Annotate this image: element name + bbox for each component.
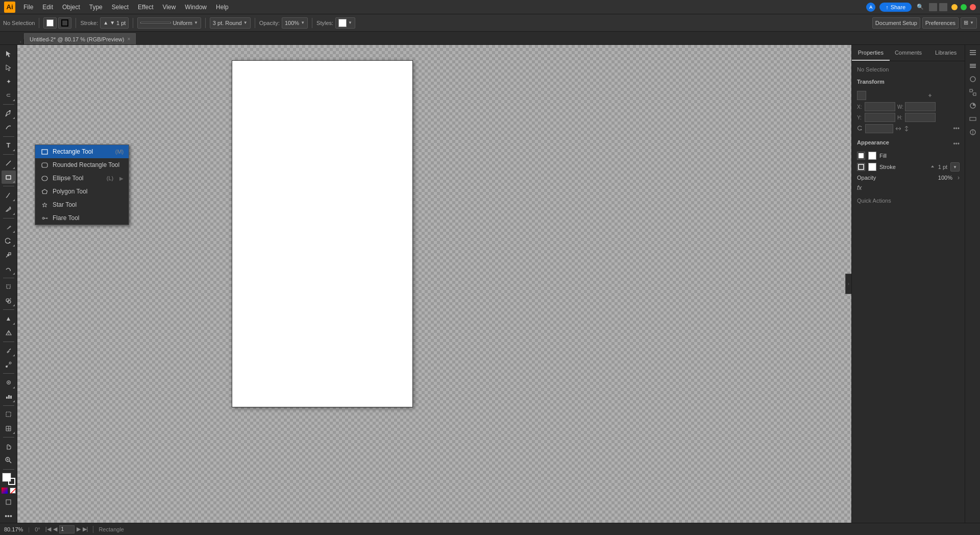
panel-collapse-handle[interactable]: ‹ <box>18 39 24 44</box>
flare-tool-flyout-item[interactable]: Flare Tool <box>35 211 129 225</box>
document-setup-button[interactable]: Document Setup <box>872 17 920 29</box>
share-button[interactable]: ↑ Share <box>879 3 912 12</box>
stroke-style-dropdown[interactable]: 3 pt. Round ▼ <box>210 17 251 29</box>
styles-label: Styles: <box>316 20 333 26</box>
color-mode-button[interactable] <box>2 488 8 494</box>
stroke-weight-field[interactable]: ▲ ▼ 1 pt <box>100 17 129 29</box>
magic-wand-tool-button[interactable]: ✦ <box>2 75 16 88</box>
properties-tab[interactable]: Properties <box>852 45 890 61</box>
nav-prev-button[interactable]: ◀ <box>53 526 57 532</box>
y-input[interactable] <box>865 113 895 122</box>
color-fill-stroke-indicator[interactable] <box>2 473 15 485</box>
preferences-button[interactable]: Preferences <box>922 17 959 29</box>
appearance-more-button[interactable]: ••• <box>953 140 960 148</box>
rotation-input[interactable] <box>865 124 893 133</box>
menu-effect[interactable]: Effect <box>134 2 157 12</box>
opacity-field[interactable]: 100% ▼ <box>282 17 308 29</box>
libraries-tab[interactable]: Libraries <box>927 45 965 61</box>
menu-object[interactable]: Object <box>58 2 84 12</box>
fx-button[interactable]: fx <box>857 184 862 191</box>
line-segment-tool-button[interactable] <box>2 157 16 170</box>
eyedropper-tool-button[interactable] <box>2 344 16 357</box>
canvas-area[interactable]: Rectangle Tool (M) Rounded Rectangle Too… <box>17 45 851 523</box>
pencil-tool-button[interactable] <box>2 203 16 216</box>
shape-builder-tool-button[interactable]: + <box>2 294 16 307</box>
view-panel-button[interactable] <box>939 3 947 11</box>
ellipse-tool-flyout-item[interactable]: Ellipse Tool (L) ▶ <box>35 172 129 185</box>
lasso-tool-button[interactable]: ⊂ <box>2 89 16 102</box>
color-panel-icon[interactable] <box>967 100 978 111</box>
slice-tool-button[interactable] <box>2 422 16 435</box>
nav-first-button[interactable]: |◀ <box>45 526 51 532</box>
menu-window[interactable]: Window <box>181 2 211 12</box>
w-input[interactable] <box>905 102 936 111</box>
artboard-tool-button[interactable] <box>2 408 16 421</box>
close-button[interactable] <box>970 4 976 10</box>
layers-panel-icon[interactable] <box>967 60 978 71</box>
selection-tool-button[interactable] <box>2 47 16 60</box>
opacity-expand-button[interactable]: › <box>958 174 960 181</box>
menu-type[interactable]: Type <box>85 2 107 12</box>
transform-more-button[interactable]: ••• <box>953 125 960 132</box>
nav-next-button[interactable]: ▶ <box>77 526 81 532</box>
type-tool-button[interactable]: T <box>2 139 16 152</box>
free-transform-tool-button[interactable] <box>2 280 16 294</box>
styles-dropdown[interactable]: ▼ <box>335 17 355 29</box>
scale-tool-button[interactable] <box>2 248 16 261</box>
menu-view[interactable]: View <box>159 2 180 12</box>
direct-selection-tool-button[interactable] <box>2 61 16 74</box>
workspace-button[interactable]: ⊞ ▼ <box>961 17 977 29</box>
more-tools-button[interactable]: ••• <box>2 509 16 523</box>
fill-type-icon[interactable] <box>857 152 865 160</box>
menu-select[interactable]: Select <box>108 2 133 12</box>
search-button[interactable]: 🔍 <box>916 3 925 12</box>
draw-mode-button[interactable] <box>2 495 16 508</box>
rectangle-tool-flyout-item[interactable]: Rectangle Tool (M) <box>35 145 129 158</box>
document-tab[interactable]: Untitled-2* @ 80.17 % (RGB/Preview) × <box>24 33 136 44</box>
warp-tool-button[interactable] <box>2 262 16 276</box>
stroke-dropdown-panel[interactable]: ▼ <box>950 162 960 172</box>
fill-color-button[interactable] <box>43 17 57 29</box>
menu-help[interactable]: Help <box>212 2 233 12</box>
pen-tool-button[interactable] <box>2 107 16 120</box>
blend-tool-button[interactable] <box>2 358 16 371</box>
symbol-sprayer-tool-button[interactable]: ⊛ <box>2 376 16 389</box>
curvature-tool-button[interactable] <box>2 120 16 134</box>
stroke-color-indicator[interactable] <box>868 163 876 171</box>
bar-graph-tool-button[interactable] <box>2 390 16 403</box>
zoom-tool-button[interactable] <box>2 454 16 467</box>
assets-panel-icon[interactable] <box>967 74 978 85</box>
rounded-rectangle-tool-flyout-item[interactable]: Rounded Rectangle Tool <box>35 158 129 172</box>
appearance-panel-icon[interactable] <box>967 113 978 125</box>
stroke-button[interactable] <box>58 17 71 29</box>
rotate-tool-button[interactable] <box>2 234 16 248</box>
stroke-type-icon[interactable] <box>857 163 865 171</box>
maximize-button[interactable] <box>961 4 967 10</box>
perspective-grid-tool-button[interactable] <box>2 326 16 339</box>
none-mode-button[interactable] <box>10 488 16 494</box>
comments-tab[interactable]: Comments <box>890 45 927 61</box>
artboard-number-input[interactable] <box>59 525 75 533</box>
nav-last-button[interactable]: ▶| <box>83 526 88 532</box>
fill-color-indicator[interactable] <box>868 152 876 160</box>
view-grid-button[interactable] <box>929 3 937 11</box>
star-tool-flyout-item[interactable]: Star Tool <box>35 198 129 211</box>
hand-tool-button[interactable] <box>2 440 16 453</box>
tab-close-button[interactable]: × <box>127 36 130 42</box>
rectangle-tool-button[interactable] <box>2 171 16 184</box>
minimize-button[interactable] <box>951 4 958 10</box>
eraser-tool-button[interactable] <box>2 221 16 234</box>
paintbrush-tool-button[interactable] <box>2 188 16 202</box>
x-input[interactable] <box>865 102 895 111</box>
properties-panel-icon[interactable] <box>967 47 978 58</box>
right-panel-collapse-handle[interactable]: › <box>845 274 851 294</box>
transform-grid-icon[interactable] <box>857 91 866 100</box>
h-input[interactable] <box>905 113 936 122</box>
transform-panel-icon[interactable] <box>967 87 978 98</box>
effects-panel-icon[interactable] <box>967 127 978 138</box>
live-paint-bucket-button[interactable]: ▲ <box>2 312 16 325</box>
polygon-tool-flyout-item[interactable]: Polygon Tool <box>35 185 129 198</box>
menu-file[interactable]: File <box>19 2 37 12</box>
menu-edit[interactable]: Edit <box>38 2 57 12</box>
stroke-profile-dropdown[interactable]: Uniform ▼ <box>137 17 201 29</box>
